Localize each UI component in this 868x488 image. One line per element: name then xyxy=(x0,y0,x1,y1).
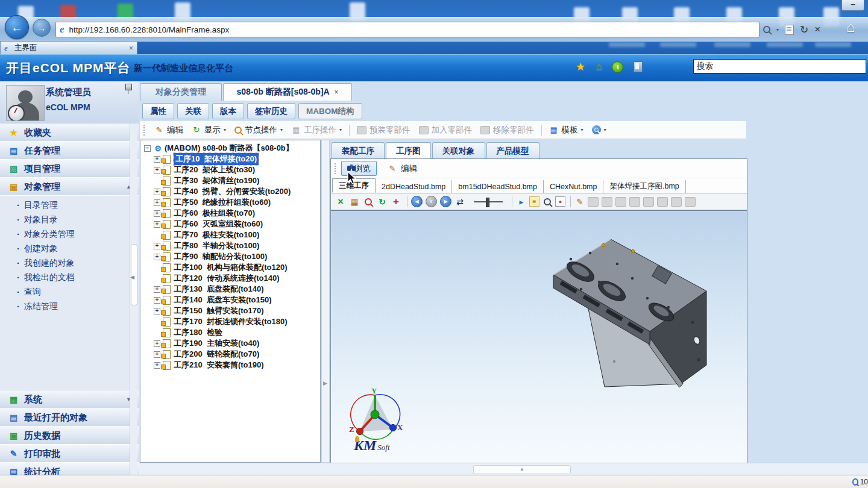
tree-row[interactable]: +工序40 拐臂、分闸簧安装(to200) xyxy=(140,186,320,197)
sidebar-item-2[interactable]: ▧项目管理 xyxy=(0,160,139,178)
tree-row[interactable]: 工序70 极柱安装(to100) xyxy=(140,230,320,240)
logout-icon[interactable] xyxy=(634,61,643,72)
toolbar-button-编辑[interactable]: ✎编辑 xyxy=(150,124,187,137)
tab-breaker-document[interactable]: s08-0b 断路器[s08-0b]A × xyxy=(223,83,352,101)
sidebar-subitem[interactable]: ·对象目录 xyxy=(0,213,139,227)
tab-close-icon[interactable]: × xyxy=(129,44,133,52)
pan-icon[interactable]: + xyxy=(390,196,402,208)
panel-tab-装配工序[interactable]: 装配工序 xyxy=(332,142,385,159)
search-icon[interactable] xyxy=(763,26,770,33)
file-tab[interactable]: CHexNut.bmp xyxy=(544,180,604,193)
tree-row[interactable]: +工序190 主轴安装(to40) xyxy=(140,338,320,349)
subtab-版本[interactable]: 版本 xyxy=(212,103,244,119)
sidebar-item-object-mgmt[interactable]: ▣对象管理▲ xyxy=(0,178,139,196)
file-tab[interactable]: 三维工序 xyxy=(332,178,376,193)
subtab-属性[interactable]: 属性 xyxy=(142,103,174,119)
tree-row[interactable]: +工序60 灭弧室组装(to60) xyxy=(140,219,320,230)
sidebar-item-0[interactable]: ★收藏夹 xyxy=(0,124,139,142)
toolbar-button-模板[interactable]: ▦模板▾ xyxy=(545,124,588,137)
browser-home-icon[interactable]: ⌂ xyxy=(846,19,855,36)
sidebar-item[interactable]: ▤最近打开的对象 xyxy=(0,408,139,427)
tree-expand-icon[interactable]: + xyxy=(154,243,160,249)
speed-slider[interactable] xyxy=(474,201,503,202)
zoom-indicator[interactable]: 10 xyxy=(852,478,868,486)
play-icon[interactable]: ▶ xyxy=(440,196,451,207)
dropdown-caret-icon[interactable]: ▾ xyxy=(280,127,283,133)
toolbar-button-节点操作[interactable]: 节点操作▾ xyxy=(230,124,287,137)
tree-row[interactable]: +工序200 链轮装配(to70) xyxy=(140,349,320,360)
sidebar-item-1[interactable]: ▤任务管理 xyxy=(0,142,139,160)
favorites-star-icon[interactable]: ★ xyxy=(576,60,585,74)
viewer-button-浏览[interactable]: 浏览 xyxy=(341,161,377,176)
tree-expand-icon[interactable]: + xyxy=(154,340,160,347)
record-icon[interactable]: ● xyxy=(555,196,565,207)
tree-expand-icon[interactable]: + xyxy=(154,156,160,163)
step-back-icon[interactable]: ◀ xyxy=(411,196,423,207)
dropdown-caret-icon[interactable]: ▾ xyxy=(224,127,226,133)
tree-expand-icon[interactable]: + xyxy=(154,286,160,293)
sidebar-item[interactable]: ▦系统▼ xyxy=(0,390,139,408)
tree-row[interactable]: +工序140 底盘车安装(to150) xyxy=(140,295,320,305)
tree-expand-icon[interactable]: + xyxy=(154,351,160,358)
sidebar-scrollbar[interactable] xyxy=(130,124,137,475)
vertical-splitter[interactable]: ▶ xyxy=(321,140,330,463)
sidebar-item[interactable]: ✎打印审批 xyxy=(0,445,139,463)
tree-row[interactable]: +工序210 安装套筒(to190) xyxy=(140,360,320,371)
info-icon[interactable]: i xyxy=(612,61,623,73)
address-bar[interactable]: e xyxy=(55,22,760,37)
horizontal-splitter[interactable]: ▲ xyxy=(139,463,868,476)
sidebar-subitem[interactable]: ·我检出的文档 xyxy=(0,271,139,285)
grid-view-icon[interactable]: ▦ xyxy=(348,196,360,208)
file-tab[interactable]: 2dDHeadStud.bmp xyxy=(376,180,452,193)
fit-view-icon[interactable]: × xyxy=(335,196,347,208)
dropdown-caret-icon[interactable]: ▾ xyxy=(581,127,583,133)
tree-expand-icon[interactable]: + xyxy=(154,189,160,195)
tree-row[interactable]: +工序20 架体上线(to30) xyxy=(140,164,320,175)
bottom-collapse-button[interactable]: ▲ xyxy=(473,465,571,474)
toolbar-button-显示[interactable]: ↻显示▾ xyxy=(187,124,230,137)
url-input[interactable] xyxy=(68,25,755,35)
compatibility-view-icon[interactable] xyxy=(785,25,794,35)
tree-row[interactable]: +工序90 轴配钻分装(to100) xyxy=(140,251,320,262)
tree-expand-icon[interactable]: + xyxy=(154,221,160,228)
tree-expand-icon[interactable]: + xyxy=(154,167,160,174)
tree-row[interactable]: +工序10 架体焊接(to20) xyxy=(140,154,320,164)
note-icon[interactable]: ≡ xyxy=(529,196,539,207)
tree-row[interactable]: 工序120 传动系统连接(to140) xyxy=(140,273,320,284)
minimize-button[interactable]: – xyxy=(841,0,864,11)
markup-edit-icon[interactable]: ✎ xyxy=(574,196,586,208)
tree-expand-icon[interactable]: + xyxy=(154,362,160,369)
viewer-button-编辑[interactable]: ✎编辑 xyxy=(382,161,423,176)
zoom-icon[interactable] xyxy=(541,196,553,208)
sidebar-subitem[interactable]: ·目录管理 xyxy=(0,198,139,213)
search-dropdown-icon[interactable]: ▾ xyxy=(776,27,779,33)
stop-icon[interactable]: × xyxy=(814,23,820,36)
app-home-icon[interactable]: ⌂ xyxy=(596,61,602,73)
subtab-签审历史[interactable]: 签审历史 xyxy=(247,103,295,119)
file-tab[interactable]: bm15dDHeadStud.bmp xyxy=(452,180,544,193)
browser-back-button[interactable]: ← xyxy=(5,15,29,39)
tree-row[interactable]: +工序50 绝缘拉杆组装(to60) xyxy=(140,197,320,208)
tree-row[interactable]: 工序30 架体清丝(to190) xyxy=(140,175,320,186)
rotate-icon[interactable]: ↻ xyxy=(376,196,388,208)
tree-expand-icon[interactable]: + xyxy=(154,254,160,260)
tree-row[interactable]: 工序100 机构与箱体装配(to120) xyxy=(140,262,320,273)
tree-row[interactable]: 工序180 检验 xyxy=(140,327,320,338)
cad-viewport[interactable]: Y Z X KMSoft xyxy=(331,210,747,464)
dropdown-caret-icon[interactable]: ▾ xyxy=(604,127,606,133)
toolbar-button-extra[interactable]: ▾ xyxy=(588,124,611,136)
browser-forward-button[interactable]: → xyxy=(33,19,51,37)
panel-tab-关联对象[interactable]: 关联对象 xyxy=(432,142,485,159)
app-search-input[interactable] xyxy=(693,59,866,74)
tree-row[interactable]: +工序130 底盘装配(to140) xyxy=(140,284,320,295)
sidebar-subitem[interactable]: ·我创建的对象 xyxy=(0,256,139,271)
splitter-collapse-icon[interactable]: ▶ xyxy=(323,380,327,386)
tree-root-row[interactable]: −⚙(MABOM) s08-0b 断路器【s08-0b】 xyxy=(140,143,320,154)
panel-tab-工序图[interactable]: 工序图 xyxy=(386,142,431,159)
tree-expand-icon[interactable]: + xyxy=(154,297,160,304)
loop-icon[interactable]: ⇄ xyxy=(454,196,466,208)
export-icon[interactable]: ▸ xyxy=(515,196,527,208)
tree-row[interactable]: +工序80 半轴分装(to100) xyxy=(140,240,320,251)
browser-tab[interactable]: e 主界面 × xyxy=(0,41,137,54)
tree-expand-icon[interactable]: + xyxy=(154,308,160,314)
